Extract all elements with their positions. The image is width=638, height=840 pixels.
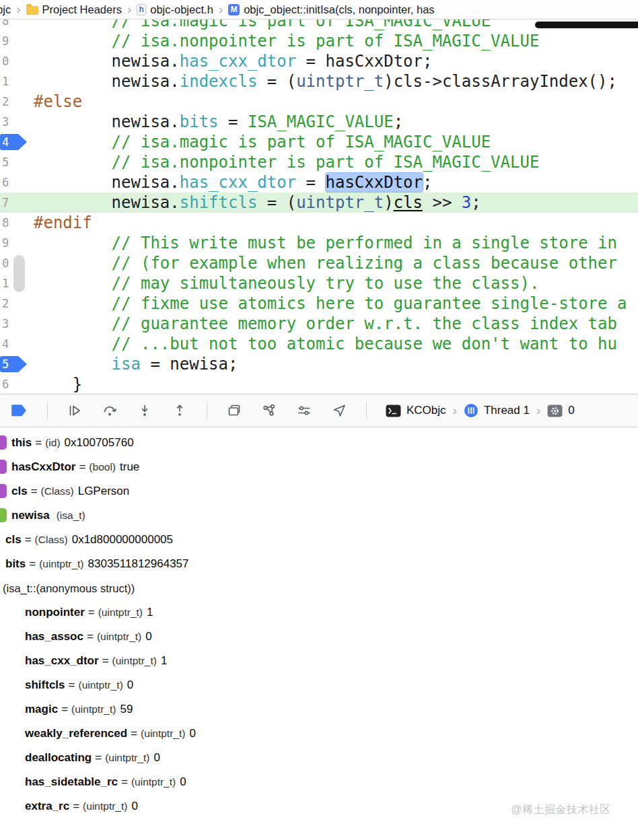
variable-row[interactable]: this=(id)0x100705760 [0,431,638,455]
variable-row[interactable]: has_assoc=(uintptr_t)0 [0,625,638,649]
code-line[interactable]: 2#else [0,92,638,112]
code-line[interactable]: 9 // This write must be performed in a s… [0,233,638,253]
breakpoints-toggle-button[interactable] [11,403,28,418]
code-line[interactable]: 0 newisa.has_cxx_dtor = hasCxxDtor; [0,51,638,71]
memory-graph-button[interactable] [261,403,277,419]
line-number[interactable]: 1 [0,75,9,88]
line-gutter[interactable]: 3 [0,112,30,132]
line-gutter[interactable]: 7 [0,193,30,213]
frame-number[interactable]: 0 [568,404,574,417]
step-out-button[interactable] [172,403,188,419]
line-number[interactable]: 0 [0,256,9,270]
variable-row[interactable]: deallocating=(uintptr_t)0 [0,746,638,770]
code-line[interactable]: 1 newisa.indexcls = (uintptr_t)cls->clas… [0,71,638,92]
code-line[interactable]: 6 newisa.has_cxx_dtor = hasCxxDtor; [0,172,638,193]
line-gutter[interactable]: 8 [0,20,30,31]
line-number[interactable]: 4 [0,337,9,351]
code-token: // isa.nonpointer is part of ISA_MAGIC_V… [112,32,540,50]
line-number[interactable]: 6 [0,378,9,391]
variables-view[interactable]: this=(id)0x100705760hasCxxDtor=(bool)tru… [0,427,638,840]
source-editor[interactable]: 8 // isa.magic is part of ISA_MAGIC_VALU… [0,20,638,394]
line-gutter[interactable]: 5 [0,152,30,172]
variable-row[interactable]: cls=(Class)0x1d800000000005 [0,528,638,552]
equals-sign: = [73,800,79,813]
line-gutter[interactable]: 5 [0,354,30,374]
variable-row[interactable]: magic=(uintptr_t)59 [0,697,638,722]
line-number[interactable]: 3 [0,115,9,129]
breadcrumb-item[interactable]: hobjc-object.h [137,3,213,16]
line-gutter[interactable]: 1 [0,71,30,92]
toolbar-divider [47,402,48,419]
line-number[interactable]: 5 [0,155,9,169]
line-number[interactable]: 1 [0,277,9,290]
code-token: } [73,375,82,394]
line-number[interactable]: 3 [0,317,9,330]
line-number[interactable]: 9 [0,34,9,48]
variable-row[interactable]: hasCxxDtor=(bool)true [0,455,638,479]
breadcrumb-item[interactable]: Project Headers [26,3,122,16]
line-gutter[interactable]: 2 [0,293,30,314]
line-gutter[interactable]: 8 [0,213,30,233]
line-gutter[interactable]: 0 [0,51,30,71]
code-line[interactable]: 4 // ...but not too atomic because we do… [0,334,638,354]
variable-row[interactable]: bits=(uintptr_t)8303511812964357 [0,552,638,576]
line-number[interactable]: 2 [0,95,9,108]
code-line[interactable]: 7 newisa.shiftcls = (uintptr_t)cls >> 3; [0,193,638,213]
variable-row[interactable]: (isa_t::(anonymous struct)) [0,576,638,600]
variable-type: (uintptr_t) [71,703,116,715]
variable-row[interactable]: shiftcls=(uintptr_t)0 [0,673,638,697]
environment-overrides-button[interactable] [296,403,312,419]
code-line[interactable]: 5 // isa.nonpointer is part of ISA_MAGIC… [0,152,638,172]
code-token: #else [34,92,82,111]
line-gutter[interactable]: 6 [0,172,30,193]
code-line[interactable]: 1 // may simultaneously try to use the c… [0,273,638,293]
line-gutter[interactable]: 9 [0,31,30,51]
line-gutter[interactable]: 9 [0,233,30,253]
continue-button[interactable] [67,403,83,419]
code-indent [34,234,112,252]
code-line[interactable]: 8#endif [0,213,638,233]
variable-type: (id) [45,437,60,449]
line-number[interactable]: 8 [0,216,9,230]
breakpoint-marker[interactable]: 5 [0,356,27,372]
variable-row[interactable]: has_sidetable_rc=(uintptr_t)0 [0,770,638,794]
code-line[interactable]: 0 // (for example when realizing a class… [0,253,638,273]
line-number[interactable]: 9 [0,236,9,250]
code-line[interactable]: 9 // isa.nonpointer is part of ISA_MAGIC… [0,31,638,51]
variable-type-icon [0,435,7,450]
code-line[interactable]: 6 } [0,374,638,394]
variable-row[interactable]: nonpointer=(uintptr_t)1 [0,600,638,625]
code-line[interactable]: 3 // guarantee memory order w.r.t. the c… [0,314,638,334]
thread-name[interactable]: Thread 1 [484,404,530,417]
line-number[interactable]: 8 [0,20,9,28]
variable-row[interactable]: cls=(Class)LGPerson [0,479,638,503]
line-gutter[interactable]: 6 [0,374,30,394]
variable-row[interactable]: weakly_referenced=(uintptr_t)0 [0,722,638,746]
line-gutter[interactable]: 3 [0,314,30,334]
simulate-location-button[interactable] [331,403,347,419]
code-indent [34,274,112,293]
line-gutter[interactable]: 2 [0,92,30,112]
view-hierarchy-button[interactable] [226,403,242,419]
line-number[interactable]: 0 [0,55,9,68]
process-name[interactable]: KCObjc [406,404,446,417]
line-number[interactable]: 6 [0,176,9,189]
line-number[interactable]: 2 [0,297,9,310]
step-into-button[interactable] [137,403,153,419]
variable-row[interactable]: newisa(isa_t) [0,503,638,528]
step-over-button[interactable] [102,403,118,419]
code-line[interactable]: 2 // fixme use atomics here to guarantee… [0,293,638,314]
variable-name: magic [25,703,58,716]
breadcrumb-item[interactable]: objc [0,3,11,16]
line-number[interactable]: 7 [0,196,9,209]
toolbar-divider [366,402,367,419]
line-gutter[interactable]: 4 [0,334,30,354]
code-token: // (for example when realizing a class b… [112,254,617,273]
line-gutter[interactable]: 4 [0,132,30,152]
breadcrumb-item[interactable]: Mobjc_object::initIsa(cls, nonpointer, h… [228,3,434,16]
code-line[interactable]: 5 isa = newisa; [0,354,638,374]
code-line[interactable]: 4 // isa.magic is part of ISA_MAGIC_VALU… [0,132,638,152]
code-line[interactable]: 3 newisa.bits = ISA_MAGIC_VALUE; [0,112,638,132]
variable-row[interactable]: has_cxx_dtor=(uintptr_t)1 [0,649,638,673]
breakpoint-marker[interactable]: 4 [0,134,27,150]
